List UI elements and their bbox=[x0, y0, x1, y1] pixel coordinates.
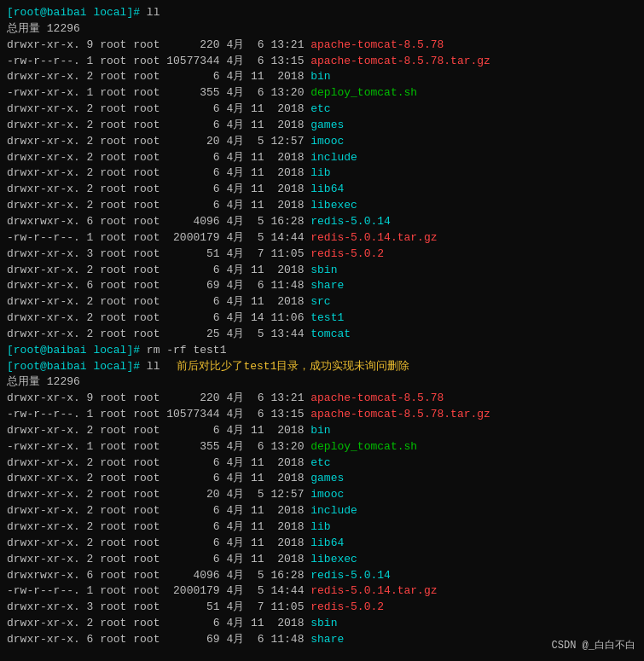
file-row: drwxr-xr-x. 2 root root 6 4月 11 2018 lib… bbox=[7, 536, 637, 552]
terminal: [root@baibai local]# ll 总用量 12296 drwxr-… bbox=[0, 0, 644, 661]
prompt-line-2: [root@baibai local]# ll 前后对比少了test1目录，成功… bbox=[7, 359, 637, 375]
file-row: drwxr-xr-x. 2 root root 6 4月 11 2018 sbi… bbox=[7, 616, 637, 632]
total-line-2: 总用量 12296 bbox=[7, 374, 637, 391]
file-row: drwxr-xr-x. 2 root root 6 4月 11 2018 lib… bbox=[7, 552, 637, 568]
prompt-line-1: [root@baibai local]# ll bbox=[7, 5, 637, 21]
file-row: -rw-r--r--. 1 root root 2000179 4月 5 14:… bbox=[7, 583, 637, 600]
file-row: drwxr-xr-x. 2 root root 6 4月 11 2018 lib… bbox=[7, 182, 637, 198]
file-row: drwxr-xr-x. 6 root root 69 4月 6 11:48 sh… bbox=[7, 278, 637, 294]
file-row: drwxr-xr-x. 2 root root 6 4月 11 2018 etc bbox=[7, 455, 637, 472]
file-row: -rw-r--r--. 1 root root 10577344 4月 6 13… bbox=[7, 407, 637, 423]
file-row: drwxr-xr-x. 2 root root 6 4月 11 2018 gam… bbox=[7, 471, 637, 487]
cmd-rm: rm -rf test1 bbox=[147, 343, 227, 359]
file-row: drwxr-xr-x. 2 root root 6 4月 14 11:06 te… bbox=[7, 310, 637, 327]
prompt-2: [root@baibai local]# bbox=[7, 359, 147, 375]
file-row: -rwxr-xr-x. 1 root root 355 4月 6 13:20 d… bbox=[7, 85, 637, 101]
file-row: drwxr-xr-x. 3 root root 51 4月 7 11:05 re… bbox=[7, 246, 637, 263]
file-row: drwxrwxr-x. 6 root root 4096 4月 5 16:28 … bbox=[7, 568, 637, 584]
file-row: drwxr-xr-x. 3 root root 51 4月 7 11:05 re… bbox=[7, 600, 637, 616]
file-row: -rw-r--r--. 1 root root 2000179 4月 5 14:… bbox=[7, 230, 637, 246]
file-row: drwxr-xr-x. 2 root root 6 4月 11 2018 etc bbox=[7, 101, 637, 118]
file-row: drwxr-xr-x. 2 root root 6 4月 11 2018 lib… bbox=[7, 198, 637, 214]
file-row: drwxr-xr-x. 2 root root 6 4月 11 2018 src bbox=[7, 294, 637, 310]
file-row: drwxr-xr-x. 2 root root 6 4月 11 2018 inc… bbox=[7, 150, 637, 166]
prompt-rm: [root@baibai local]# bbox=[7, 343, 147, 359]
file-row: drwxr-xr-x. 2 root root 6 4月 11 2018 lib bbox=[7, 519, 637, 536]
file-row: drwxr-xr-x. 6 root root 69 4月 6 11:48 sh… bbox=[7, 632, 637, 648]
prompt-line-rm: [root@baibai local]# rm -rf test1 bbox=[7, 343, 637, 359]
file-row: drwxr-xr-x. 9 root root 220 4月 6 13:21 a… bbox=[7, 391, 637, 407]
cmd-2: ll bbox=[147, 359, 160, 375]
file-row: drwxr-xr-x. 2 root root 20 4月 5 12:57 im… bbox=[7, 487, 637, 503]
prompt-1: [root@baibai local]# bbox=[7, 5, 147, 21]
file-row: drwxr-xr-x. 2 root root 6 4月 11 2018 inc… bbox=[7, 503, 637, 519]
csdn-badge: CSDN @_白白不白 bbox=[552, 638, 635, 652]
file-row: drwxr-xr-x. 2 root root 6 4月 11 2018 lib bbox=[7, 165, 637, 182]
cmd-1: ll bbox=[147, 5, 160, 21]
file-row: drwxr-xr-x. 2 root root 6 4月 11 2018 bin bbox=[7, 69, 637, 85]
file-row: drwxr-xr-x. 2 root root 25 4月 5 13:44 to… bbox=[7, 327, 637, 343]
file-row: drwxr-xr-x. 9 root root 220 4月 6 13:21 a… bbox=[7, 38, 637, 54]
file-row: drwxrwxr-x. 6 root root 4096 4月 5 16:28 … bbox=[7, 214, 637, 230]
annotation-text: 前后对比少了test1目录，成功实现未询问删除 bbox=[177, 359, 409, 375]
file-row: drwxr-xr-x. 2 root root 6 4月 11 2018 gam… bbox=[7, 118, 637, 134]
file-row: -rw-r--r--. 1 root root 10577344 4月 6 13… bbox=[7, 54, 637, 70]
file-row: drwxr-xr-x. 2 root root 6 4月 11 2018 sbi… bbox=[7, 263, 637, 279]
file-row: drwxr-xr-x. 2 root root 6 4月 11 2018 bin bbox=[7, 423, 637, 439]
file-row: -rwxr-xr-x. 1 root root 355 4月 6 13:20 d… bbox=[7, 439, 637, 455]
file-row: drwxr-xr-x. 2 root root 20 4月 5 12:57 im… bbox=[7, 134, 637, 150]
total-line-1: 总用量 12296 bbox=[7, 21, 637, 38]
